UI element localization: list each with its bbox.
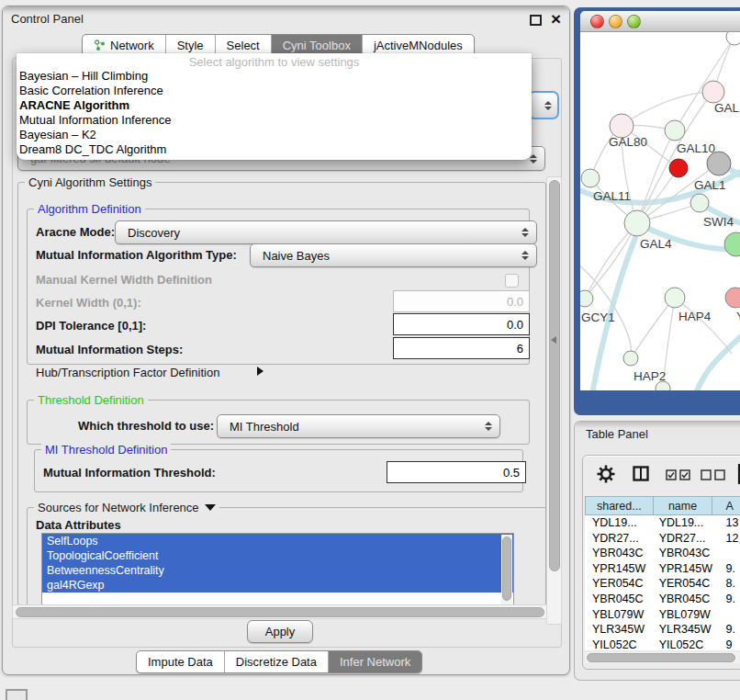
mi-type-value: Naive Bayes bbox=[263, 249, 330, 263]
combo-stepper-icon bbox=[544, 101, 552, 110]
node-table[interactable]: shared...nameA YDL19...YDL19...13YDR27..… bbox=[585, 496, 740, 650]
network-node-label: HAP4 bbox=[678, 310, 712, 323]
network-node-gcy1[interactable] bbox=[580, 290, 593, 307]
table-row[interactable]: YDL19...YDL19...13 bbox=[585, 515, 740, 531]
table-cell: YDR27... bbox=[585, 531, 654, 547]
table-cell: 8. bbox=[713, 576, 740, 592]
table-row[interactable]: YPR145WYPR145W9. bbox=[585, 561, 740, 577]
data-attributes-label: Data Attributes bbox=[36, 518, 121, 532]
apply-button[interactable]: Apply bbox=[247, 620, 313, 643]
bottom-left-partial-icon[interactable] bbox=[6, 689, 28, 700]
network-node[interactable] bbox=[707, 152, 731, 175]
threshold-definition-title: Threshold Definition bbox=[34, 393, 148, 407]
table-horizontal-scrollbar[interactable] bbox=[585, 652, 740, 663]
data-attribute-item[interactable]: BetweennessCentrality bbox=[42, 563, 513, 578]
manual-kernel-checkbox[interactable] bbox=[505, 274, 519, 288]
inference-algorithm-combo-fragment[interactable] bbox=[528, 91, 559, 119]
table-cell: 9. bbox=[713, 592, 740, 607]
table-cell: YPR145W bbox=[585, 561, 654, 577]
data-attribute-item[interactable]: gal4RGexp bbox=[42, 578, 513, 593]
tab-discretize-data[interactable]: Discretize Data bbox=[224, 651, 328, 672]
table-cell: 12 bbox=[713, 531, 740, 547]
data-attribute-item[interactable]: SelfLoops bbox=[42, 534, 513, 548]
table-row[interactable]: YIL052CYIL052C9 bbox=[585, 638, 740, 650]
mi-steps-field[interactable]: 6 bbox=[393, 337, 530, 359]
algorithm-option[interactable]: Bayesian – Hill Climbing bbox=[17, 69, 532, 84]
table-cell: YBL079W bbox=[654, 607, 713, 623]
mi-threshold-field[interactable]: 0.5 bbox=[387, 461, 526, 483]
table-row[interactable]: YLR345WYLR345W9. bbox=[585, 622, 740, 638]
network-node[interactable] bbox=[726, 32, 740, 45]
tab-infer-network[interactable]: Infer Network bbox=[328, 651, 421, 672]
expand-arrow-icon[interactable] bbox=[257, 367, 263, 376]
network-node-gal10[interactable] bbox=[665, 120, 685, 141]
data-attributes-list[interactable]: SelfLoopsTopologicalCoefficientBetweenne… bbox=[41, 533, 514, 608]
table-toolbar bbox=[583, 456, 740, 494]
gear-icon[interactable] bbox=[596, 464, 616, 484]
tab-label: Discretize Data bbox=[236, 655, 317, 669]
mi-steps-label: Mutual Information Steps: bbox=[36, 343, 183, 356]
table-cell: YPR145W bbox=[654, 561, 713, 577]
table-cell: YIL052C bbox=[654, 638, 713, 650]
minimize-traffic-light-icon[interactable] bbox=[609, 15, 622, 28]
network-node-gal[interactable] bbox=[702, 81, 724, 103]
dpi-tolerance-field[interactable]: 0.0 bbox=[393, 313, 530, 335]
restore-window-icon[interactable] bbox=[530, 15, 542, 26]
data-attribute-item[interactable]: TopologicalCoefficient bbox=[42, 548, 513, 563]
horizontal-scrollbar[interactable] bbox=[12, 604, 550, 619]
mi-type-combo[interactable]: Naive Bayes bbox=[250, 243, 537, 267]
algorithm-option[interactable]: Bayesian – K2 bbox=[17, 128, 532, 142]
network-node-label: GAL4 bbox=[640, 237, 672, 251]
table-cell: YBR043C bbox=[654, 546, 713, 561]
aracne-mode-combo[interactable]: Discovery bbox=[115, 220, 537, 244]
algorithm-option[interactable]: Mutual Information Inference bbox=[17, 113, 532, 128]
table-row[interactable]: YBL079WYBL079W bbox=[585, 607, 740, 623]
network-canvas[interactable]: GAL80GALGAL10GAL1SWI4GAL11GAL4GCY1HAP4YH… bbox=[580, 32, 740, 390]
network-node-label: Y bbox=[736, 310, 740, 323]
table-cell: YDL19... bbox=[654, 515, 713, 531]
columns-icon[interactable] bbox=[633, 466, 649, 482]
algorithm-option[interactable]: Basic Correlation Inference bbox=[17, 84, 532, 98]
table-column-header[interactable]: shared... bbox=[585, 496, 654, 515]
tab-label: Cyni Toolbox bbox=[283, 39, 351, 52]
network-node-swi4[interactable] bbox=[690, 194, 709, 212]
cyni-algorithm-settings-title: Cyni Algorithm Settings bbox=[25, 175, 155, 189]
kernel-width-value: 0.0 bbox=[507, 295, 523, 309]
close-window-icon[interactable]: × bbox=[551, 7, 561, 31]
close-traffic-light-icon[interactable] bbox=[590, 15, 604, 28]
network-icon bbox=[94, 40, 106, 51]
algorithm-option[interactable]: ARACNE Algorithm bbox=[17, 98, 532, 113]
control-panel-window: Control Panel × NetworkStyleSelectCyni T… bbox=[2, 6, 570, 675]
table-row[interactable]: YER054CYER054C8. bbox=[585, 576, 740, 592]
vertical-scrollbar[interactable] bbox=[546, 176, 562, 625]
table-row[interactable]: YDR27...YDR27...12 bbox=[585, 531, 740, 547]
table-cell: YIL052C bbox=[585, 638, 654, 650]
table-row[interactable]: YBR045CYBR045C9. bbox=[585, 592, 740, 607]
algorithm-option[interactable]: Dream8 DC_TDC Algorithm bbox=[17, 142, 532, 157]
dpi-tolerance-value: 0.0 bbox=[507, 318, 523, 332]
unchecked-pair-icon[interactable] bbox=[701, 469, 726, 480]
tab-label: Network bbox=[110, 39, 154, 52]
table-column-header[interactable]: name bbox=[654, 496, 713, 515]
network-node-gal4[interactable] bbox=[624, 210, 650, 236]
dpi-tolerance-label: DPI Tolerance [0,1]: bbox=[36, 319, 146, 333]
checked-pair-icon[interactable] bbox=[666, 469, 691, 480]
aracne-mode-label: Aracne Mode: bbox=[36, 225, 115, 239]
control-panel-title: Control Panel bbox=[11, 6, 84, 31]
network-node-label: SWI4 bbox=[703, 215, 734, 229]
network-node[interactable] bbox=[724, 232, 740, 256]
zoom-traffic-light-icon[interactable] bbox=[627, 15, 641, 28]
list-scrollbar[interactable] bbox=[501, 535, 512, 606]
network-node-hap2[interactable] bbox=[623, 351, 638, 366]
network-node-gal11[interactable] bbox=[581, 169, 600, 187]
network-node-hap4[interactable] bbox=[665, 288, 685, 308]
table-panel-titlebar: Table Panel bbox=[575, 422, 740, 446]
which-threshold-combo[interactable]: MI Threshold bbox=[217, 414, 500, 438]
collapse-arrow-icon[interactable] bbox=[205, 504, 216, 511]
network-node-gal1[interactable] bbox=[669, 159, 688, 177]
tab-impute-data[interactable]: Impute Data bbox=[137, 651, 224, 672]
table-column-header[interactable]: A bbox=[712, 496, 740, 515]
panel-divider-grip[interactable] bbox=[551, 336, 556, 344]
table-row[interactable]: YBR043CYBR043C bbox=[585, 546, 740, 561]
network-node-y[interactable] bbox=[725, 288, 740, 308]
